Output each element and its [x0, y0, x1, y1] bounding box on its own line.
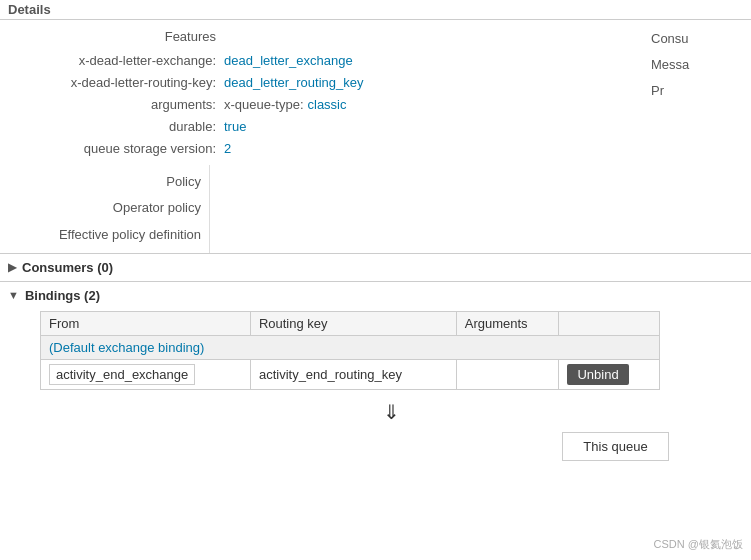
- feature-val: dead_letter_exchange: [224, 53, 353, 68]
- table-row: (Default exchange binding): [41, 335, 660, 359]
- col-action: [559, 311, 660, 335]
- bindings-label: Bindings (2): [25, 288, 100, 303]
- operator-policy-label: Operator policy: [0, 195, 209, 222]
- bindings-tbody: (Default exchange binding) activity_end_…: [41, 335, 660, 389]
- feature-value-area: 2: [224, 138, 231, 160]
- feature-val: dead_letter_routing_key: [224, 75, 364, 90]
- feature-key: arguments:: [0, 94, 220, 116]
- feature-row: x-dead-letter-routing-key: dead_letter_r…: [0, 72, 651, 94]
- bindings-section: ▼ Bindings (2) From Routing key Argument…: [0, 281, 751, 471]
- feature-row: queue storage version: 2: [0, 138, 651, 160]
- table-row: activity_end_exchange activity_end_routi…: [41, 359, 660, 389]
- this-queue-box: This queue: [562, 432, 668, 461]
- consumers-section: ▶ Consumers (0): [0, 253, 751, 281]
- consumers-label: Consumers (0): [22, 260, 113, 275]
- routing-key-cell: activity_end_routing_key: [250, 359, 456, 389]
- this-queue-wrapper: This queue: [8, 428, 743, 465]
- feature-value-area: dead_letter_exchange: [224, 50, 353, 72]
- action-cell: Unbind: [559, 359, 660, 389]
- feature-row: x-dead-letter-exchange: dead_letter_exch…: [0, 50, 651, 72]
- policy-values: [210, 165, 651, 253]
- bindings-table-wrapper: From Routing key Arguments (Default exch…: [40, 311, 743, 390]
- feature-value-area: x-queue-type:classic: [224, 94, 347, 116]
- policy-label: Policy: [0, 169, 209, 196]
- features-col: Features x-dead-letter-exchange: dead_le…: [0, 20, 651, 253]
- feature-value-area: true: [224, 116, 246, 138]
- feature-val: 2: [224, 141, 231, 156]
- bindings-table: From Routing key Arguments (Default exch…: [40, 311, 660, 390]
- consumers-triangle: ▶: [8, 261, 16, 274]
- policy-area: Policy Operator policy Effective policy …: [0, 165, 651, 253]
- right-col-line-2: Messa: [651, 52, 751, 78]
- left-panel: Policy Operator policy Effective policy …: [0, 165, 210, 253]
- consumers-header[interactable]: ▶ Consumers (0): [8, 260, 743, 275]
- features-rows: Features x-dead-letter-exchange: dead_le…: [0, 26, 651, 161]
- exchange-name: activity_end_exchange: [49, 364, 195, 385]
- right-col: Consu Messa Pr: [651, 20, 751, 253]
- down-arrow: ⇓: [383, 401, 400, 423]
- watermark: CSDN @银氦泡饭: [654, 537, 743, 552]
- feature-key: queue storage version:: [0, 138, 220, 160]
- details-title: Details: [8, 2, 51, 17]
- feature-val: classic: [308, 97, 347, 112]
- arguments-cell: [456, 359, 559, 389]
- features-section-label: Features: [0, 26, 220, 48]
- default-exchange-cell: (Default exchange binding): [41, 335, 660, 359]
- feature-val: true: [224, 119, 246, 134]
- bindings-triangle: ▼: [8, 289, 19, 301]
- feature-key: x-dead-letter-exchange:: [0, 50, 220, 72]
- arrow-area: ⇓: [8, 390, 743, 428]
- features-label-row: Features: [0, 26, 651, 48]
- bindings-table-header: From Routing key Arguments: [41, 311, 660, 335]
- col-from: From: [41, 311, 251, 335]
- this-queue-label: This queue: [583, 439, 647, 454]
- right-col-line-1: Consu: [651, 26, 751, 52]
- col-routing-key: Routing key: [250, 311, 456, 335]
- feature-key: durable:: [0, 116, 220, 138]
- col-arguments: Arguments: [456, 311, 559, 335]
- from-cell: activity_end_exchange: [41, 359, 251, 389]
- feature-key: x-dead-letter-routing-key:: [0, 72, 220, 94]
- details-header: Details: [0, 0, 751, 20]
- right-col-line-3: Pr: [651, 78, 751, 104]
- feature-subkey: x-queue-type:: [224, 97, 304, 112]
- unbind-button[interactable]: Unbind: [567, 364, 628, 385]
- feature-value-area: dead_letter_routing_key: [224, 72, 364, 94]
- feature-row: durable: true: [0, 116, 651, 138]
- effective-policy-label: Effective policy definition: [0, 222, 209, 249]
- feature-row: arguments: x-queue-type:classic: [0, 94, 651, 116]
- bindings-header[interactable]: ▼ Bindings (2): [8, 288, 743, 303]
- page-wrapper: Details Features x-dead-letter-exchange:…: [0, 0, 751, 560]
- features-area: Features x-dead-letter-exchange: dead_le…: [0, 20, 751, 253]
